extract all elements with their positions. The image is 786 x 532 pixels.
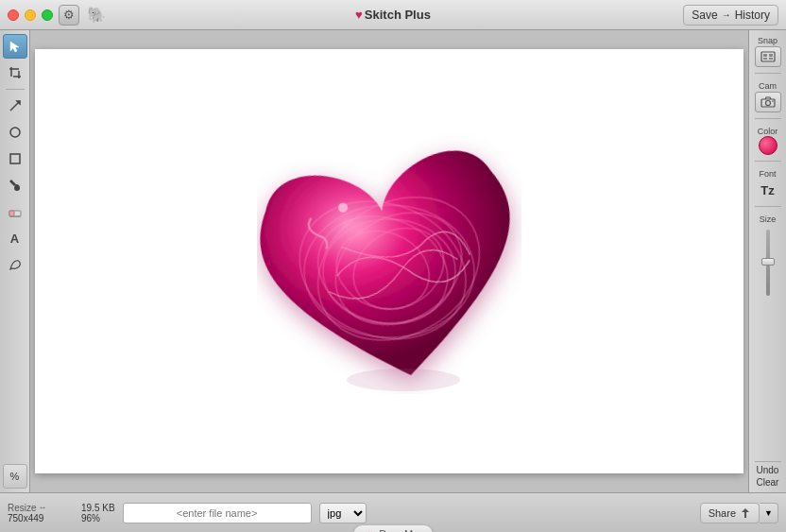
svg-rect-9 bbox=[9, 211, 14, 216]
drag-label: Drag Me bbox=[379, 528, 419, 532]
app-name: Skitch Plus bbox=[365, 8, 431, 22]
format-select[interactable]: jpg png gif pdf bbox=[319, 503, 367, 523]
minimize-button[interactable] bbox=[25, 9, 36, 21]
file-name-input[interactable] bbox=[123, 503, 312, 523]
svg-rect-25 bbox=[769, 58, 773, 60]
cam-group: Cam bbox=[749, 79, 786, 112]
svg-rect-24 bbox=[763, 58, 767, 60]
tool-line[interactable] bbox=[3, 94, 27, 118]
snap-button[interactable] bbox=[755, 46, 781, 67]
right-sep-1 bbox=[755, 73, 781, 74]
svg-rect-22 bbox=[763, 54, 767, 57]
resize-info: Resize ↔ 750x449 bbox=[8, 503, 74, 523]
elephant-icon[interactable]: 🐘 bbox=[85, 4, 108, 26]
tool-text[interactable]: A bbox=[3, 226, 27, 250]
maximize-button[interactable] bbox=[42, 9, 53, 21]
history-label: History bbox=[735, 9, 770, 22]
drag-me-button[interactable]: ♥ Drag Me bbox=[353, 524, 434, 532]
share-button[interactable]: Share bbox=[700, 503, 760, 523]
share-label: Share bbox=[709, 507, 736, 519]
share-icon bbox=[740, 507, 751, 519]
size-label: Size bbox=[760, 215, 777, 225]
tool-rect[interactable] bbox=[3, 146, 27, 171]
right-sep-5 bbox=[755, 461, 781, 462]
tool-crop[interactable] bbox=[3, 60, 27, 85]
titlebar: ⚙ 🐘 ♥ Skitch Plus Save → History bbox=[0, 0, 786, 30]
snap-label: Snap bbox=[758, 36, 777, 46]
heart-icon: ♥ bbox=[355, 8, 363, 22]
titlebar-right: Save → History bbox=[683, 5, 778, 26]
share-dropdown-button[interactable]: ▼ bbox=[760, 503, 778, 523]
undo-clear-section: Undo Clear bbox=[755, 459, 781, 489]
right-sep-3 bbox=[755, 161, 781, 162]
close-button[interactable] bbox=[8, 9, 19, 21]
color-picker[interactable] bbox=[759, 136, 777, 155]
canvas-area bbox=[30, 30, 748, 492]
share-section: Share ▼ bbox=[700, 503, 778, 523]
clear-button[interactable]: Clear bbox=[755, 476, 781, 489]
color-group: Color bbox=[749, 125, 786, 156]
undo-button[interactable]: Undo bbox=[755, 464, 781, 476]
file-size-label: 19.5 KB bbox=[81, 503, 115, 513]
svg-point-28 bbox=[772, 100, 774, 102]
percent-container: % bbox=[3, 464, 27, 489]
main-layout: A % bbox=[0, 30, 786, 492]
gear-button[interactable]: ⚙ bbox=[59, 5, 79, 26]
tool-fill[interactable] bbox=[3, 173, 27, 197]
resize-icon: ↔ bbox=[39, 503, 47, 512]
size-slider-thumb[interactable] bbox=[761, 258, 775, 266]
right-sep-2 bbox=[755, 118, 781, 119]
color-label: Color bbox=[758, 127, 778, 137]
arrow-icon: → bbox=[722, 9, 731, 20]
save-history-button[interactable]: Save → History bbox=[683, 5, 778, 26]
font-label: Font bbox=[759, 169, 776, 180]
bottom-bar: Resize ↔ 750x449 19.5 KB 96% jpg png gif… bbox=[0, 492, 786, 532]
tool-draw[interactable] bbox=[3, 252, 27, 277]
titlebar-left: ⚙ 🐘 bbox=[8, 4, 108, 26]
left-toolbar: A % bbox=[0, 30, 30, 492]
svg-point-6 bbox=[10, 128, 20, 137]
size-slider bbox=[766, 225, 770, 300]
size-group: Size bbox=[749, 213, 786, 300]
zoom-percent-button[interactable]: % bbox=[3, 464, 27, 489]
svg-rect-7 bbox=[10, 154, 20, 163]
svg-point-27 bbox=[765, 100, 770, 105]
font-button[interactable]: Tz bbox=[755, 180, 781, 200]
tool-select[interactable] bbox=[3, 34, 27, 59]
cam-label: Cam bbox=[759, 81, 777, 92]
canvas bbox=[35, 49, 743, 473]
app-title: ♥ Skitch Plus bbox=[355, 8, 431, 22]
svg-rect-23 bbox=[769, 54, 773, 57]
tool-eraser[interactable] bbox=[3, 199, 27, 224]
size-slider-track bbox=[766, 230, 770, 296]
drag-heart-icon: ♥ bbox=[367, 528, 374, 532]
font-icon: Tz bbox=[760, 183, 774, 197]
svg-point-20 bbox=[347, 369, 460, 391]
tool-ellipse[interactable] bbox=[3, 120, 27, 145]
cam-button[interactable] bbox=[755, 92, 781, 112]
heart-image bbox=[257, 129, 521, 394]
file-size-group: 19.5 KB 96% bbox=[81, 503, 115, 523]
zoom-label: 96% bbox=[81, 513, 115, 523]
tool-separator-1 bbox=[6, 89, 25, 90]
snap-group: Snap bbox=[749, 34, 786, 67]
right-sep-4 bbox=[755, 206, 781, 207]
resize-label: Resize ↔ bbox=[8, 503, 74, 513]
dimensions-label: 750x449 bbox=[8, 513, 74, 523]
font-group: Font Tz bbox=[749, 167, 786, 200]
save-label: Save bbox=[692, 9, 717, 22]
percent-label: % bbox=[10, 471, 20, 482]
right-toolbar: Snap Cam bbox=[748, 30, 786, 492]
